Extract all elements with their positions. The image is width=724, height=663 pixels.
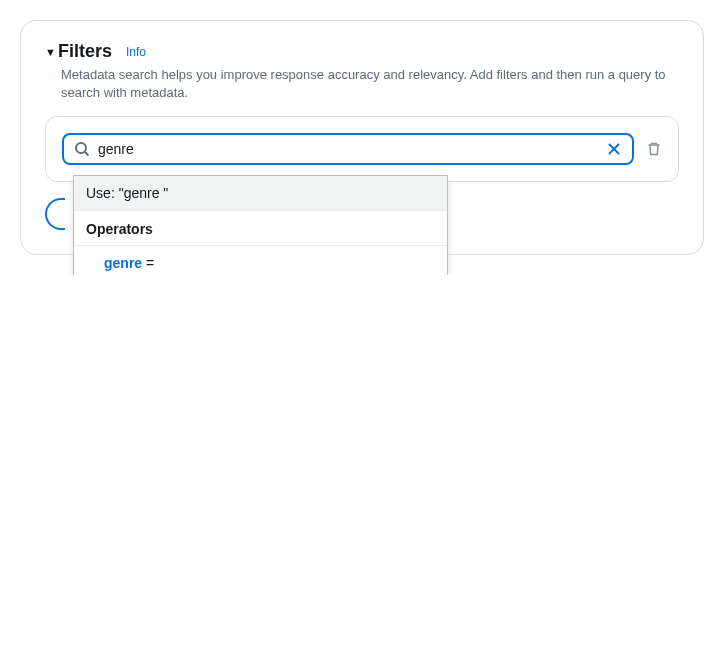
filters-header: ▼ Filters Info	[45, 41, 679, 62]
filters-panel: ▼ Filters Info Metadata search helps you…	[20, 20, 704, 255]
search-input[interactable]	[98, 141, 606, 157]
search-row	[62, 133, 662, 165]
add-filter-button-partial[interactable]	[45, 198, 65, 230]
operator-dropdown: Use: "genre " Operators genre =equalsgen…	[73, 175, 448, 275]
svg-line-1	[85, 152, 89, 156]
search-section	[45, 116, 679, 182]
clear-icon[interactable]	[606, 141, 622, 157]
svg-point-0	[76, 143, 86, 153]
dropdown-use-option[interactable]: Use: "genre "	[74, 176, 447, 211]
filters-title-text: Filters	[58, 41, 112, 62]
info-link[interactable]: Info	[126, 45, 146, 59]
filters-title[interactable]: ▼ Filters	[45, 41, 112, 62]
operator-option[interactable]: genre =equals	[74, 246, 447, 275]
operator-line: genre =	[104, 254, 435, 272]
operator-symbol: =	[146, 255, 154, 271]
search-icon	[74, 141, 90, 157]
collapse-triangle-icon: ▼	[45, 46, 56, 58]
search-input-wrapper[interactable]	[62, 133, 634, 165]
filters-description: Metadata search helps you improve respon…	[45, 66, 679, 102]
dropdown-section-header: Operators	[74, 211, 447, 246]
operator-description: equals	[104, 273, 435, 275]
operator-field: genre	[104, 255, 142, 271]
trash-icon[interactable]	[646, 141, 662, 157]
